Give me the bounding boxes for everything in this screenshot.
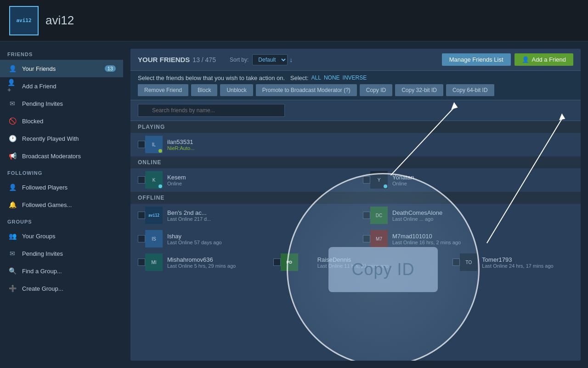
select-all-link[interactable]: ALL	[311, 75, 321, 81]
friend-row-misha[interactable]: MI Mishahromov636 Last Online 5 hrs, 29 …	[130, 251, 266, 274]
copy-id-button[interactable]: Copy ID	[360, 84, 392, 96]
add-friend-button[interactable]: 👤 Add a Friend	[514, 53, 573, 66]
playing-status-dot	[158, 149, 162, 153]
friend-avatar-ishay: IS	[145, 230, 163, 247]
sort-label: Sort by:	[230, 57, 249, 63]
sidebar-item-blocked[interactable]: 🚫 Blocked	[0, 112, 123, 130]
sidebar-item-broadcast-mods[interactable]: 📢 Broadcast Moderators	[0, 147, 123, 165]
friend-checkbox-bens[interactable]	[138, 212, 145, 219]
select-inverse-link[interactable]: INVERSE	[343, 75, 367, 81]
friend-name-raise: RaiseDennis	[317, 256, 438, 263]
offline-section-header: OFFLINE	[130, 192, 581, 204]
online-friends-row: K Kesem Online Y	[130, 168, 581, 192]
friend-row-bens[interactable]: avi12 Ben's 2nd ac... Last Online 217 d.…	[130, 204, 356, 227]
friend-status-ilan: NieR:Auto...	[167, 145, 573, 151]
blocked-icon: 🚫	[7, 116, 17, 126]
friend-checkbox-tomer[interactable]	[452, 259, 460, 266]
offline-row-3: MI Mishahromov636 Last Online 5 hrs, 29 …	[130, 251, 581, 274]
groups-pending-icon: ✉	[7, 248, 17, 259]
search-input[interactable]	[138, 104, 285, 117]
friends-panel: YOUR FRIENDS 13 / 475 Sort by: Default ↓…	[130, 49, 581, 361]
friend-status-bens: Last Online 217 d...	[167, 216, 348, 222]
friends-badge: 13	[105, 65, 116, 72]
friend-status-ishay: Last Online 57 days ago	[167, 240, 348, 245]
manage-friends-button[interactable]: Manage Friends List	[442, 53, 511, 66]
select-label: Select:	[290, 75, 309, 81]
friend-checkbox-playing-1[interactable]	[138, 141, 145, 148]
sidebar-label-followed-players: Followed Players	[22, 184, 68, 191]
friend-checkbox-kesem[interactable]	[138, 176, 145, 184]
friend-avatar-raise: PD	[281, 253, 298, 271]
header: avi12 avi12	[0, 0, 588, 41]
friends-icon: 👤	[7, 63, 17, 74]
friend-checkbox-ishay[interactable]	[138, 235, 145, 242]
select-instructions: Select the friends below that you wish t…	[138, 75, 573, 81]
friend-row-playing-1[interactable]: IL ilan53531 NieR:Auto...	[130, 133, 581, 156]
add-friend-icon: 👤+	[7, 81, 17, 91]
friend-name-bens: Ben's 2nd ac...	[167, 209, 348, 216]
friend-row-deathcomes[interactable]: DC DeathComesAlone Last Online ... ago	[356, 204, 581, 227]
friend-info-kesem: Kesem Online	[167, 174, 348, 186]
friend-row-kesem[interactable]: K Kesem Online	[130, 168, 356, 192]
remove-friend-button[interactable]: Remove Friend	[138, 84, 188, 96]
friend-info-yonatan: Yonatan Online	[392, 174, 573, 186]
sidebar-item-followed-games[interactable]: 🔔 Followed Games...	[0, 196, 123, 213]
sidebar-item-recently-played[interactable]: 🕐 Recently Played With	[0, 130, 123, 147]
friend-avatar-yonatan: Y	[370, 171, 388, 189]
sidebar-item-groups-pending[interactable]: ✉ Pending Invites	[0, 245, 123, 262]
unblock-button[interactable]: Unblock	[220, 84, 253, 96]
sidebar: FRIENDS 👤 Your Friends 13 👤+ Add a Frien…	[0, 41, 123, 368]
friend-info-misha: Mishahromov636 Last Online 5 hrs, 29 min…	[167, 256, 259, 269]
content-area: YOUR FRIENDS 13 / 475 Sort by: Default ↓…	[123, 41, 588, 368]
select-none-link[interactable]: NONE	[324, 75, 340, 81]
friend-info-bens: Ben's 2nd ac... Last Online 217 d...	[167, 209, 348, 222]
friend-name-yonatan: Yonatan	[392, 174, 573, 181]
sidebar-item-your-groups[interactable]: 👥 Your Groups	[0, 227, 123, 245]
groups-section-label: GROUPS	[0, 213, 123, 227]
sidebar-item-your-friends[interactable]: 👤 Your Friends 13	[0, 60, 123, 77]
sort-select[interactable]: Default	[252, 54, 288, 65]
friend-row-yonatan[interactable]: Y Yonatan Online	[356, 168, 581, 192]
friend-row-raise-dennis[interactable]: RaiseDennis Last Online 11 hrs, 21 mins …	[310, 251, 446, 274]
friend-checkbox-m7mad[interactable]	[363, 235, 370, 242]
sidebar-item-followed-players[interactable]: 👤 Followed Players	[0, 178, 123, 196]
friend-checkbox-yonatan[interactable]	[363, 176, 370, 184]
friend-status-m7mad: Last Online 16 hrs, 2 mins ago	[392, 240, 573, 245]
sidebar-item-create-group[interactable]: ➕ Create Group...	[0, 280, 123, 297]
sidebar-item-add-friend[interactable]: 👤+ Add a Friend	[0, 77, 123, 95]
friends-section-label: FRIENDS	[0, 46, 123, 60]
online-status-dot-yonatan	[384, 184, 387, 188]
friend-row-raise-dennis-avatar[interactable]: PD	[266, 251, 310, 274]
online-status-dot-kesem	[158, 184, 162, 188]
sidebar-label-add-friend: Add a Friend	[22, 83, 56, 90]
friend-checkbox-misha[interactable]	[138, 259, 145, 266]
add-friend-icon-btn: 👤	[522, 56, 529, 63]
block-button[interactable]: Block	[191, 84, 217, 96]
friend-avatar-kesem: K	[145, 171, 163, 189]
sidebar-item-pending-invites[interactable]: ✉ Pending Invites	[0, 95, 123, 112]
followed-players-icon: 👤	[7, 182, 17, 192]
sidebar-label-recently-played: Recently Played With	[22, 135, 79, 142]
sidebar-item-find-group[interactable]: 🔍 Find a Group...	[0, 262, 123, 280]
promote-broadcast-button[interactable]: Promote to Broadcast Moderator (?)	[256, 84, 357, 96]
find-group-icon: 🔍	[7, 266, 17, 276]
copy-32bit-button[interactable]: Copy 32-bit ID	[395, 84, 443, 96]
offline-row-2: IS Ishay Last Online 57 days ago M7	[130, 227, 581, 251]
friend-name-ilan: ilan53531	[167, 138, 573, 145]
friend-checkbox-raise[interactable]	[273, 259, 281, 266]
friend-row-m7mad[interactable]: M7 M7mad101010 Last Online 16 hrs, 2 min…	[356, 227, 581, 251]
sort-direction-arrow[interactable]: ↓	[289, 56, 293, 63]
copy-64bit-button[interactable]: Copy 64-bit ID	[446, 84, 494, 96]
friend-row-ishay[interactable]: IS Ishay Last Online 57 days ago	[130, 227, 356, 251]
friend-row-tomer[interactable]: TO Tomer1793 Last Online 24 hrs, 17 mins…	[445, 251, 581, 274]
sidebar-label-pending: Pending Invites	[22, 100, 63, 107]
friend-avatar-misha: MI	[145, 253, 163, 271]
friend-checkbox-deathcomes[interactable]	[363, 212, 370, 219]
friend-info-m7mad: M7mad101010 Last Online 16 hrs, 2 mins a…	[392, 233, 573, 245]
friend-status-misha: Last Online 5 hrs, 29 mins ago	[167, 263, 259, 269]
create-group-icon: ➕	[7, 283, 17, 293]
friends-panel-title: YOUR FRIENDS	[138, 56, 190, 63]
friend-avatar-bens: avi12	[145, 207, 163, 224]
friend-status-raise: Last Online 11 hrs, 21 mins ago	[317, 263, 438, 269]
friend-info-tomer: Tomer1793 Last Online 24 hrs, 17 mins ag…	[482, 256, 573, 269]
